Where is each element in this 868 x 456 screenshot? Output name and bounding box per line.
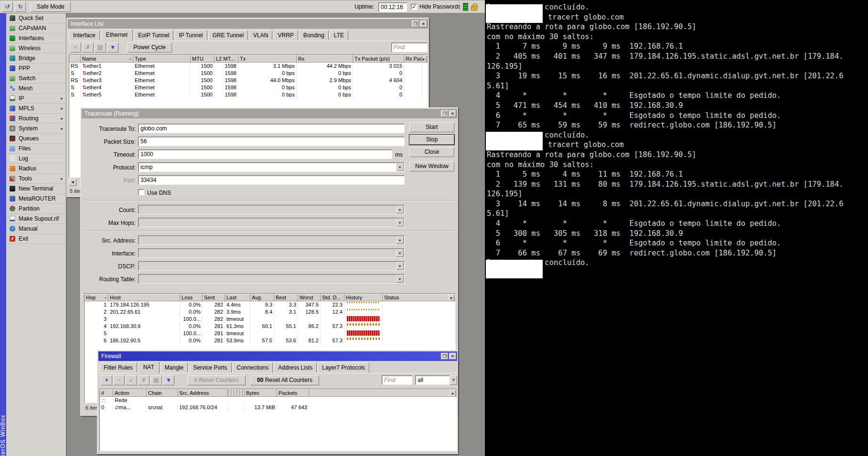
col-chain[interactable]: Chain xyxy=(147,389,178,397)
power-cycle-button[interactable]: Power Cycle xyxy=(127,42,172,53)
col-packets[interactable]: Packets xyxy=(277,389,309,397)
tab-bonding[interactable]: Bonding xyxy=(299,30,329,41)
tab-interface[interactable]: Interface xyxy=(69,30,100,41)
tab-ethernet[interactable]: Ethernet xyxy=(101,29,133,41)
tab-nat[interactable]: NAT xyxy=(138,361,160,373)
hop-row[interactable]: 4192.168.30.90.0%28161.3ms60.155.186.257… xyxy=(85,323,455,330)
chevron-down-icon[interactable]: ▼ xyxy=(396,219,404,226)
tab-address-lists[interactable]: Address Lists xyxy=(274,362,317,373)
disable-icon[interactable]: ✗ xyxy=(138,375,150,385)
col-last[interactable]: Last xyxy=(225,294,250,301)
tab-gre-tunnel[interactable]: GRE Tunnel xyxy=(208,30,248,41)
table-row[interactable]: S⇅ether2Ethernet150015980 bps0 bps0 xyxy=(69,70,428,77)
col-l2mtu[interactable]: L2 MT... xyxy=(214,55,238,63)
sidebar-item-manual[interactable]: ?Manual xyxy=(6,224,66,234)
col-history[interactable]: History xyxy=(344,294,383,301)
timeout-input[interactable] xyxy=(139,150,392,159)
enable-icon[interactable]: ✓ xyxy=(126,375,137,385)
col-sent[interactable]: Sent xyxy=(203,294,225,301)
col-name[interactable]: Name▲ xyxy=(81,55,133,63)
sidebar-item-partition[interactable]: Partition xyxy=(6,204,66,214)
command-prompt-window[interactable]: Rastreamento concluído. tracert globo.co… xyxy=(485,0,868,456)
nat-rule-row[interactable]: 0 ⇄ma... srcnat 192.168.76.0/24 13.7 MiB… xyxy=(100,404,457,411)
col-std-dev[interactable]: Std. D... xyxy=(321,294,344,301)
close-icon[interactable]: × xyxy=(420,21,427,27)
sidebar-item-radius[interactable]: Radius xyxy=(6,164,66,174)
hop-row[interactable]: 2201.22.65.610.0%2823.9ms8.43.1128.512.4 xyxy=(85,308,455,316)
tab-ip-tunnel[interactable]: IP Tunnel xyxy=(174,30,207,41)
comment-icon[interactable]: ▤ xyxy=(95,42,106,53)
chevron-down-icon[interactable]: ▼ xyxy=(396,206,404,213)
new-window-button[interactable]: New Window xyxy=(409,161,454,171)
sidebar-item-bridge[interactable]: Bridge xyxy=(6,53,66,64)
add-icon[interactable]: + xyxy=(101,375,112,385)
chevron-down-icon[interactable]: ▼ xyxy=(396,275,404,283)
find-input[interactable] xyxy=(382,376,412,384)
col-loss[interactable]: Loss xyxy=(180,294,203,301)
hop-row[interactable]: 5100.0...281timeout xyxy=(85,330,455,337)
hop-row[interactable]: 1179.184.126.1950.0%2824.4ms9.33.3347.52… xyxy=(85,301,455,308)
filter-icon[interactable]: ▼ xyxy=(163,375,174,385)
sidebar-item-new-terminal[interactable]: New Terminal xyxy=(6,184,66,194)
reset-all-counters-button[interactable]: 00 Reset All Counters xyxy=(250,375,319,385)
traceroute-to-input[interactable] xyxy=(139,124,404,133)
interface-combo[interactable]: ▼ xyxy=(138,248,405,258)
routing-table-combo[interactable]: ▼ xyxy=(138,274,405,284)
traceroute-to-field[interactable] xyxy=(138,124,405,133)
close-button[interactable]: Close xyxy=(409,147,454,157)
maximize-icon[interactable]: ❒ xyxy=(441,353,448,360)
disable-icon[interactable]: ✗ xyxy=(82,42,94,53)
col-hop[interactable]: Hop▲ xyxy=(85,294,108,301)
table-row[interactable]: RS⇅ether3Ethernet1500159844.0 Mbps2.9 Mb… xyxy=(69,77,428,84)
column-picker-icon[interactable]: ▼ xyxy=(422,56,427,63)
stop-button[interactable]: Stop xyxy=(409,135,454,145)
hide-passwords-checkbox[interactable] xyxy=(411,4,417,10)
enable-icon[interactable]: ✓ xyxy=(70,42,81,53)
sidebar-item-log[interactable]: Log xyxy=(6,154,66,164)
col-host[interactable]: Host xyxy=(108,294,180,301)
chevron-down-icon[interactable]: ▼ xyxy=(450,375,457,385)
chevron-down-icon[interactable]: ▼ xyxy=(396,163,404,171)
sidebar-item-interfaces[interactable]: Interfaces xyxy=(6,33,66,43)
filter-scope-input[interactable] xyxy=(416,376,449,384)
tab-layer7-protocols[interactable]: Layer7 Protocols xyxy=(318,362,369,373)
find-box[interactable] xyxy=(391,42,428,52)
col-worst[interactable]: Worst xyxy=(298,294,321,301)
sidebar-item-tools[interactable]: Tools▸ xyxy=(6,174,66,184)
hscroll-left-icon[interactable]: ◄ xyxy=(69,179,76,186)
col-avg[interactable]: Avg. xyxy=(250,294,274,301)
tab-service-ports[interactable]: Service Ports xyxy=(189,362,231,373)
interface-list-titlebar[interactable]: Interface List ❒ × xyxy=(68,19,428,29)
safe-mode-button[interactable]: Safe Mode xyxy=(31,2,71,12)
tab-vrrp[interactable]: VRRP xyxy=(273,30,298,41)
packet-size-field[interactable] xyxy=(138,137,405,146)
sidebar-item-files[interactable]: Files xyxy=(6,144,66,154)
sidebar-item-routing[interactable]: Routing▸ xyxy=(6,114,66,124)
firewall-titlebar[interactable]: Firewall ❒ × xyxy=(98,351,457,361)
sidebar-item-metarouter[interactable]: MetaROUTER xyxy=(6,194,66,204)
column-picker-icon[interactable]: ▼ xyxy=(448,295,454,301)
count-combo[interactable]: ▼ xyxy=(138,205,405,214)
sidebar-item-system[interactable]: System▸ xyxy=(6,124,66,134)
col-status[interactable]: Status▼ xyxy=(383,294,455,301)
col-mtu[interactable]: MTU xyxy=(191,55,214,63)
tab-filter-rules[interactable]: Filter Rules xyxy=(99,362,137,373)
undo-icon[interactable]: ↺ xyxy=(2,2,13,12)
col-tx-packet[interactable]: Tx Packet (p/s) xyxy=(353,55,404,63)
sidebar-item-exit[interactable]: ✗Exit xyxy=(6,234,66,244)
col-best[interactable]: Best xyxy=(274,294,298,301)
packet-size-input[interactable] xyxy=(139,137,404,146)
col-src-address[interactable]: Src. Address xyxy=(178,389,228,397)
use-dns-checkbox[interactable] xyxy=(138,189,144,195)
tab-mangle[interactable]: Mangle xyxy=(161,362,188,373)
remove-icon[interactable]: − xyxy=(113,375,125,385)
sidebar-item-quick-set[interactable]: Quick Set xyxy=(6,13,66,23)
chevron-down-icon[interactable]: ▼ xyxy=(396,249,404,257)
sidebar-item-switch[interactable]: Switch xyxy=(6,74,66,84)
sidebar-item-wireless[interactable]: Wireless xyxy=(6,43,66,53)
chevron-down-icon[interactable]: ▼ xyxy=(396,262,404,270)
maximize-icon[interactable]: ❒ xyxy=(441,110,448,117)
sidebar-item-ip[interactable]: IP▸ xyxy=(6,94,66,104)
table-row[interactable]: S⇅ether5Ethernet150015980 bps0 bps0 xyxy=(69,91,428,98)
chevron-down-icon[interactable]: ▼ xyxy=(396,236,404,244)
